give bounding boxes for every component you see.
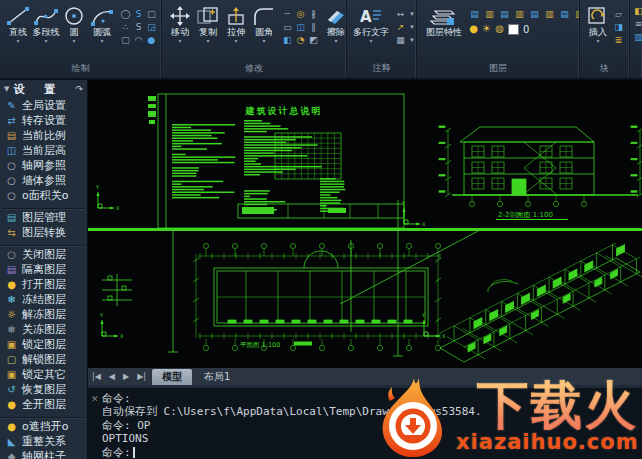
arc-button[interactable]: 圆弧▾ bbox=[89, 5, 115, 43]
fillet-button[interactable]: 圆角▾ bbox=[251, 5, 277, 43]
relation-icon: ◣ bbox=[4, 434, 19, 449]
layer-state-icon[interactable]: ▤ bbox=[557, 7, 572, 21]
prev-tab-button[interactable]: ◀ bbox=[105, 372, 119, 381]
polyline-button[interactable]: 多段线▾ bbox=[33, 5, 59, 43]
region-icon[interactable]: ▢ bbox=[119, 34, 132, 47]
arc-icon bbox=[89, 5, 115, 27]
rotate-icon[interactable]: ◎ bbox=[294, 8, 307, 21]
sidebar-item[interactable]: ✎全局设置 bbox=[0, 98, 87, 113]
sidebar-item[interactable]: ●打开图层 bbox=[0, 277, 87, 292]
stretch-button[interactable]: 拉伸▾ bbox=[223, 5, 249, 43]
offset-icon[interactable]: ◫ bbox=[294, 21, 307, 34]
edit-block-icon[interactable]: ◨ bbox=[612, 21, 625, 34]
sidebar-item[interactable]: ◫当前层高 bbox=[0, 143, 87, 158]
sidebar-title: 设 置 bbox=[13, 82, 75, 97]
sidebar-item-label: 隔离图层 bbox=[22, 262, 66, 277]
sidebar-item-label: 当前比例 bbox=[22, 128, 66, 143]
join-icon[interactable]: ◩ bbox=[307, 34, 320, 47]
sidebar-item[interactable]: ☼解冻图层 bbox=[0, 307, 87, 322]
sidebar-item[interactable]: ○轴网参照 bbox=[0, 158, 87, 173]
dimension-icon[interactable]: ↔ bbox=[394, 8, 407, 21]
close-icon[interactable]: ✕ bbox=[91, 394, 99, 404]
points-icon[interactable]: ∴ bbox=[119, 21, 132, 34]
circle-button[interactable]: 圆▾ bbox=[61, 5, 87, 43]
attribute-icon[interactable]: ≣ bbox=[612, 34, 625, 47]
table-icon[interactable]: ▦ bbox=[394, 34, 407, 47]
layer-state-icon[interactable]: ▥ bbox=[512, 7, 527, 21]
sidebar-item[interactable]: ●全开图层 bbox=[0, 397, 87, 412]
ucs-icon bbox=[421, 312, 446, 339]
layer-thaw-sun-icon[interactable]: ☀ bbox=[480, 21, 493, 37]
copy-button[interactable]: 复制▾ bbox=[195, 5, 221, 43]
layer-lock-icon[interactable]: ◍ bbox=[493, 21, 506, 37]
spline-icon[interactable]: S bbox=[132, 8, 145, 21]
sidebar-item[interactable]: ⇆图层转换 bbox=[0, 225, 87, 240]
sidebar-header[interactable]: ▼ 设 置 ↷ bbox=[0, 80, 87, 98]
hatch-icon[interactable]: ◲ bbox=[145, 21, 158, 34]
ellipse-icon[interactable]: ◯ bbox=[119, 8, 132, 21]
rectangle-icon[interactable]: ▢ bbox=[145, 8, 158, 21]
sidebar-item[interactable]: ▤当前比例 bbox=[0, 128, 87, 143]
ribbon-group-block: 插入▾ ▱ ◨ ≣ 块 bbox=[580, 0, 630, 78]
spline2-icon[interactable]: S bbox=[132, 21, 145, 34]
sidebar-item-label: 图层转换 bbox=[22, 225, 66, 240]
erase-button[interactable]: 擦除▾ bbox=[323, 5, 347, 43]
watermark-url: xiazaihuo.com bbox=[456, 430, 639, 454]
partial-icon[interactable]: ◧ bbox=[632, 5, 642, 18]
leader-icon[interactable]: ↗ bbox=[394, 21, 407, 34]
sidebar-item[interactable]: ◣重整关系 bbox=[0, 434, 87, 449]
collapse-curl-icon[interactable]: ↷ bbox=[75, 84, 83, 94]
move-button[interactable]: 移动▾ bbox=[167, 5, 193, 43]
layer-control[interactable]: ● ☀ ◍ 0 ▼ bbox=[467, 21, 580, 37]
ribbon-group-annotate: A 多行文字▾ ↔▾ ↗▾ ▦▾ 注释 bbox=[347, 0, 417, 78]
layer-state-icon[interactable]: ▤ bbox=[467, 7, 482, 21]
donut-icon[interactable]: ● bbox=[145, 34, 158, 47]
sidebar-item[interactable]: ○关闭图层 bbox=[0, 247, 87, 262]
sidebar-item[interactable]: ▢解锁图层 bbox=[0, 352, 87, 367]
sidebar-item[interactable]: ○o面积关o bbox=[0, 188, 87, 203]
explode-icon[interactable]: ∥ bbox=[307, 21, 320, 34]
next-tab-button[interactable]: ▶ bbox=[119, 372, 133, 381]
partial-icon[interactable]: ▥ bbox=[632, 31, 642, 44]
line-button[interactable]: 直线▾ bbox=[5, 5, 31, 43]
create-block-icon[interactable]: ▱ bbox=[612, 8, 625, 21]
mtext-button[interactable]: A 多行文字▾ bbox=[352, 5, 390, 43]
sidebar-item[interactable]: ▤隔离图层 bbox=[0, 262, 87, 277]
bulb-on-icon: ● bbox=[4, 277, 19, 292]
sidebar-item[interactable]: ↺恢复图层 bbox=[0, 382, 87, 397]
sidebar-item[interactable]: ▣锁定图层 bbox=[0, 337, 87, 352]
sidebar-item[interactable]: ▤图层管理 bbox=[0, 210, 87, 225]
tab-model[interactable]: 模型 bbox=[152, 369, 192, 385]
partial-icon[interactable]: ≡ bbox=[632, 18, 642, 31]
mirror-icon[interactable]: ∦ bbox=[307, 8, 320, 21]
layer-state-icon[interactable]: ▤ bbox=[497, 7, 512, 21]
layer-state-icon[interactable]: ▥ bbox=[482, 7, 497, 21]
first-tab-button[interactable]: |◀ bbox=[88, 372, 105, 381]
line-icon bbox=[5, 5, 31, 27]
trim-icon[interactable]: ╌ bbox=[281, 8, 294, 21]
sidebar-item[interactable]: ❄关冻图层 bbox=[0, 322, 87, 337]
layer-properties-button[interactable]: 图层特性 bbox=[422, 5, 466, 38]
plan-label: 平面图 1:100 bbox=[240, 341, 280, 349]
sidebar-item[interactable]: ▣锁定其它 bbox=[0, 367, 87, 382]
break-icon[interactable]: ◔ bbox=[294, 34, 307, 47]
sidebar-item-label: 图层管理 bbox=[22, 210, 66, 225]
sidebar-item[interactable]: ◆轴网柱子 bbox=[0, 449, 87, 459]
last-tab-button[interactable]: ▶| bbox=[133, 372, 150, 381]
sidebar-item[interactable]: ○墙体参照 bbox=[0, 173, 87, 188]
revcloud-icon[interactable]: ◠ bbox=[132, 34, 145, 47]
sidebar-item[interactable]: ●o遮挡开o bbox=[0, 419, 87, 434]
array-icon[interactable]: ◧ bbox=[281, 34, 294, 47]
sidebar-item[interactable]: ❄冻结图层 bbox=[0, 292, 87, 307]
scale-icon[interactable]: ▭ bbox=[281, 21, 294, 34]
layer-state-icon[interactable]: ▥ bbox=[542, 7, 557, 21]
insert-block-button[interactable]: 插入▾ bbox=[585, 5, 611, 43]
copy-icon bbox=[195, 5, 221, 27]
tab-layout1[interactable]: 布局1 bbox=[194, 369, 240, 385]
layer-color-swatch[interactable] bbox=[508, 24, 519, 35]
layer-on-bulb-icon[interactable]: ● bbox=[467, 21, 480, 37]
layer-state-icon[interactable]: ▤ bbox=[527, 7, 542, 21]
sidebar-item[interactable]: ⇄转存设置 bbox=[0, 113, 87, 128]
drawing-canvas[interactable]: X Y 建筑设计总说明 bbox=[88, 80, 642, 368]
layer-state-icon[interactable]: ▥ bbox=[572, 7, 580, 21]
